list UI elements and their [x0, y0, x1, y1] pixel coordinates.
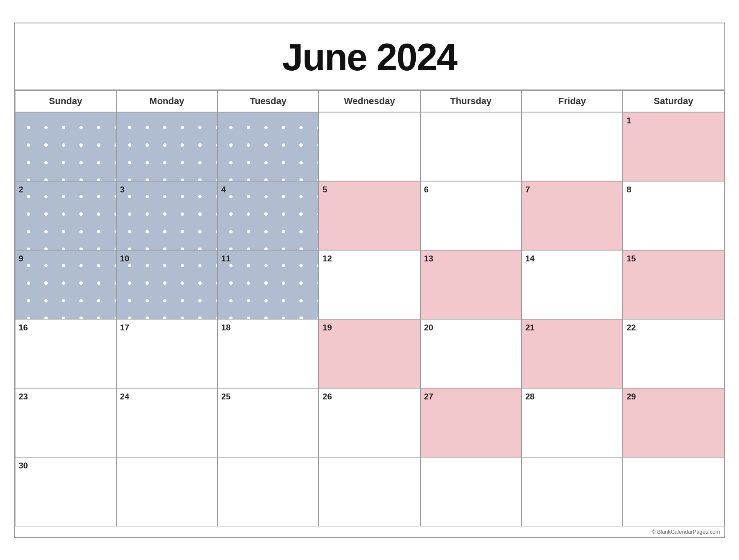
day-cell-w4-sat: 22: [623, 319, 724, 388]
day-cell-w1-sat: 1: [623, 112, 724, 181]
day-cell-w5-tue: 25: [217, 388, 319, 457]
day-cell-w6-fri: [522, 457, 623, 526]
day-cell-w4-sun: 16: [15, 319, 116, 388]
day-cell-w5-wed: 26: [319, 388, 420, 457]
header-tuesday: Tuesday: [217, 90, 319, 112]
day-cell-w6-mon: [116, 457, 217, 526]
day-cell-w2-mon: 3: [116, 181, 217, 250]
day-cell-w3-thu: 13: [420, 250, 522, 319]
header-thursday: Thursday: [420, 90, 522, 112]
header-saturday: Saturday: [623, 90, 724, 112]
day-cell-w3-sat: 15: [623, 250, 724, 319]
day-cell-w5-sat: 29: [623, 388, 724, 457]
calendar-grid: Sunday Monday Tuesday Wednesday Thursday…: [15, 90, 724, 526]
day-cell-w3-sun: 9: [15, 250, 116, 319]
day-cell-w4-tue: 18: [217, 319, 319, 388]
header-friday: Friday: [522, 90, 623, 112]
day-cell-w6-sun: 30: [15, 457, 116, 526]
day-cell-w2-tue: 4: [217, 181, 319, 250]
day-cell-w2-wed: 5: [319, 181, 420, 250]
day-cell-w4-wed: 19: [319, 319, 420, 388]
calendar-container: June 2024 Sunday Monday Tuesday Wednesda…: [14, 23, 725, 538]
header-wednesday: Wednesday: [319, 90, 420, 112]
header-sunday: Sunday: [15, 90, 116, 112]
day-cell-w4-fri: 21: [522, 319, 623, 388]
day-cell-w5-sun: 23: [15, 388, 116, 457]
day-cell-w2-sun: 2: [15, 181, 116, 250]
day-cell-w1-fri: [522, 112, 623, 181]
day-cell-w1-mon: [116, 112, 217, 181]
day-cell-w2-fri: 7: [522, 181, 623, 250]
watermark: © BlankCalendarPages.com: [15, 526, 724, 537]
day-cell-w1-sun: [15, 112, 116, 181]
day-cell-w3-fri: 14: [522, 250, 623, 319]
day-cell-w1-wed: [319, 112, 420, 181]
day-cell-w6-sat: [623, 457, 724, 526]
day-cell-w4-thu: 20: [420, 319, 522, 388]
calendar-title: June 2024: [15, 23, 724, 90]
day-cell-w2-thu: 6: [420, 181, 522, 250]
day-cell-w1-thu: [420, 112, 522, 181]
day-cell-w1-tue: [217, 112, 319, 181]
day-cell-w2-sat: 8: [623, 181, 724, 250]
day-cell-w6-tue: [217, 457, 319, 526]
day-cell-w5-thu: 27: [420, 388, 522, 457]
day-cell-w5-mon: 24: [116, 388, 217, 457]
day-cell-w6-wed: [319, 457, 420, 526]
day-cell-w6-thu: [420, 457, 522, 526]
day-cell-w3-wed: 12: [319, 250, 420, 319]
header-monday: Monday: [116, 90, 217, 112]
day-cell-w5-fri: 28: [522, 388, 623, 457]
day-cell-w4-mon: 17: [116, 319, 217, 388]
day-cell-w3-mon: 10: [116, 250, 217, 319]
day-cell-w3-tue: 11: [217, 250, 319, 319]
